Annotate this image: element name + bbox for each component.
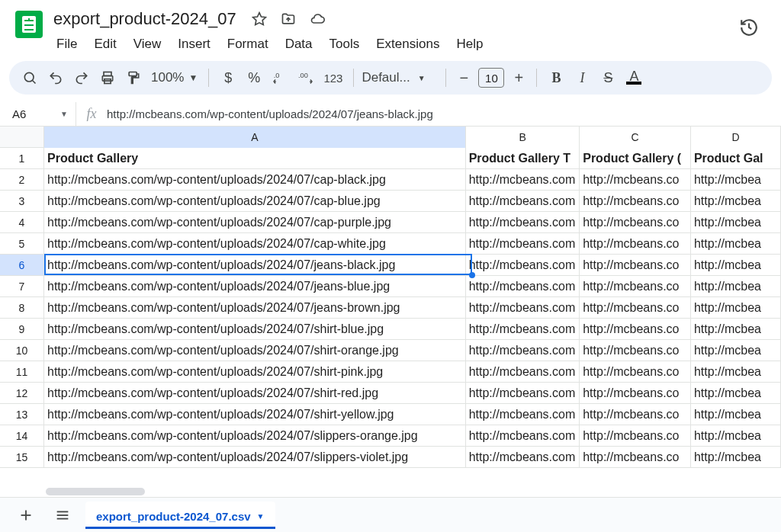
row-header-10[interactable]: 10 — [0, 340, 44, 361]
font-size-decrease-button[interactable]: − — [454, 69, 474, 87]
row-header-1[interactable]: 1 — [0, 148, 44, 169]
cell-B14[interactable]: http://mcbeans.com — [466, 425, 580, 447]
cell-B4[interactable]: http://mcbeans.com — [466, 212, 580, 233]
italic-button[interactable]: I — [570, 66, 593, 89]
more-formats-button[interactable]: 123 — [320, 66, 346, 89]
menu-view[interactable]: View — [126, 34, 169, 55]
cell-A6[interactable]: http://mcbeans.com/wp-content/uploads/20… — [44, 255, 466, 276]
cell-C12[interactable]: http://mcbeans.co — [580, 383, 691, 404]
all-sheets-button[interactable] — [49, 502, 76, 529]
cell-D2[interactable]: http://mcbea — [691, 169, 781, 191]
cell-B15[interactable]: http://mcbeans.com — [466, 447, 580, 468]
star-icon[interactable] — [249, 8, 270, 30]
cell-C11[interactable]: http://mcbeans.co — [580, 361, 691, 383]
cell-A10[interactable]: http://mcbeans.com/wp-content/uploads/20… — [44, 340, 466, 361]
cell-A7[interactable]: http://mcbeans.com/wp-content/uploads/20… — [44, 276, 466, 297]
horizontal-scrollbar[interactable] — [44, 486, 781, 497]
sheet-tab-active[interactable]: export_product-2024_07.csv ▼ — [85, 502, 275, 529]
cell-C2[interactable]: http://mcbeans.co — [580, 169, 691, 191]
cell-C8[interactable]: http://mcbeans.co — [580, 297, 691, 319]
cell-D3[interactable]: http://mcbea — [691, 191, 781, 212]
chevron-down-icon[interactable]: ▼ — [257, 512, 265, 521]
print-icon[interactable] — [96, 66, 119, 89]
row-header-2[interactable]: 2 — [0, 169, 44, 191]
cell-A13[interactable]: http://mcbeans.com/wp-content/uploads/20… — [44, 404, 466, 425]
cell-B3[interactable]: http://mcbeans.com — [466, 191, 580, 212]
add-sheet-button[interactable] — [12, 502, 40, 529]
version-history-icon[interactable] — [734, 12, 764, 43]
cell-D4[interactable]: http://mcbea — [691, 212, 781, 233]
menu-tools[interactable]: Tools — [322, 34, 368, 55]
cell-D12[interactable]: http://mcbea — [691, 383, 781, 404]
column-header-C[interactable]: C — [580, 127, 691, 148]
cell-A3[interactable]: http://mcbeans.com/wp-content/uploads/20… — [44, 191, 466, 212]
cell-A11[interactable]: http://mcbeans.com/wp-content/uploads/20… — [44, 361, 466, 383]
row-header-8[interactable]: 8 — [0, 297, 44, 319]
cell-C15[interactable]: http://mcbeans.co — [580, 447, 691, 468]
row-header-15[interactable]: 15 — [0, 447, 44, 468]
cell-A5[interactable]: http://mcbeans.com/wp-content/uploads/20… — [44, 233, 466, 255]
cell-A2[interactable]: http://mcbeans.com/wp-content/uploads/20… — [44, 169, 466, 191]
cell-B5[interactable]: http://mcbeans.com — [466, 233, 580, 255]
formula-input[interactable] — [107, 107, 781, 120]
document-title[interactable]: export_product-2024_07 — [49, 8, 241, 30]
row-header-5[interactable]: 5 — [0, 233, 44, 255]
column-header-D[interactable]: D — [691, 127, 781, 148]
menu-data[interactable]: Data — [278, 34, 320, 55]
fill-handle[interactable] — [469, 272, 475, 278]
cell-D10[interactable]: http://mcbea — [691, 340, 781, 361]
text-color-button[interactable]: A — [622, 66, 645, 89]
cell-C10[interactable]: http://mcbeans.co — [580, 340, 691, 361]
cell-D6[interactable]: http://mcbea — [691, 255, 781, 276]
search-menus-icon[interactable] — [18, 66, 41, 89]
decrease-decimal-icon[interactable]: .0 — [268, 66, 291, 89]
menu-format[interactable]: Format — [220, 34, 276, 55]
cell-B8[interactable]: http://mcbeans.com — [466, 297, 580, 319]
cell-B10[interactable]: http://mcbeans.com — [466, 340, 580, 361]
cell-D14[interactable]: http://mcbea — [691, 425, 781, 447]
cell-B2[interactable]: http://mcbeans.com — [466, 169, 580, 191]
cell-B6[interactable]: http://mcbeans.com — [466, 255, 580, 276]
row-header-14[interactable]: 14 — [0, 425, 44, 447]
horizontal-scrollbar-thumb[interactable] — [46, 488, 145, 495]
cell-C14[interactable]: http://mcbeans.co — [580, 425, 691, 447]
cell-C13[interactable]: http://mcbeans.co — [580, 404, 691, 425]
cell-D1[interactable]: Product Gal — [691, 148, 781, 169]
cell-C9[interactable]: http://mcbeans.co — [580, 319, 691, 340]
cell-A1[interactable]: Product Gallery — [44, 148, 466, 169]
cell-C3[interactable]: http://mcbeans.co — [580, 191, 691, 212]
cell-C1[interactable]: Product Gallery ( — [580, 148, 691, 169]
cell-B13[interactable]: http://mcbeans.com — [466, 404, 580, 425]
bold-button[interactable]: B — [545, 66, 567, 89]
sheets-logo-icon[interactable] — [15, 11, 43, 38]
move-folder-icon[interactable] — [278, 8, 299, 30]
font-size-increase-button[interactable]: + — [509, 69, 529, 87]
cell-D13[interactable]: http://mcbea — [691, 404, 781, 425]
cell-C5[interactable]: http://mcbeans.co — [580, 233, 691, 255]
cell-D11[interactable]: http://mcbea — [691, 361, 781, 383]
cell-B1[interactable]: Product Gallery T — [466, 148, 580, 169]
row-header-9[interactable]: 9 — [0, 319, 44, 340]
strikethrough-button[interactable]: S — [596, 66, 619, 89]
grid-area[interactable]: ABCD 123456789101112131415 Product Galle… — [0, 127, 781, 491]
cell-A12[interactable]: http://mcbeans.com/wp-content/uploads/20… — [44, 383, 466, 404]
cell-A9[interactable]: http://mcbeans.com/wp-content/uploads/20… — [44, 319, 466, 340]
row-header-7[interactable]: 7 — [0, 276, 44, 297]
format-currency-icon[interactable]: $ — [217, 66, 239, 89]
cell-D9[interactable]: http://mcbea — [691, 319, 781, 340]
row-header-3[interactable]: 3 — [0, 191, 44, 212]
column-header-B[interactable]: B — [466, 127, 580, 148]
redo-icon[interactable] — [70, 66, 93, 89]
row-header-6[interactable]: 6 — [0, 255, 44, 276]
select-all-corner[interactable] — [0, 127, 44, 148]
format-percent-icon[interactable]: % — [243, 66, 265, 89]
row-header-4[interactable]: 4 — [0, 212, 44, 233]
cell-D8[interactable]: http://mcbea — [691, 297, 781, 319]
cell-D5[interactable]: http://mcbea — [691, 233, 781, 255]
row-header-11[interactable]: 11 — [0, 361, 44, 383]
cell-B9[interactable]: http://mcbeans.com — [466, 319, 580, 340]
cell-C6[interactable]: http://mcbeans.co — [580, 255, 691, 276]
undo-icon[interactable] — [44, 66, 67, 89]
paint-format-icon[interactable] — [122, 66, 145, 89]
menu-file[interactable]: File — [49, 34, 85, 55]
